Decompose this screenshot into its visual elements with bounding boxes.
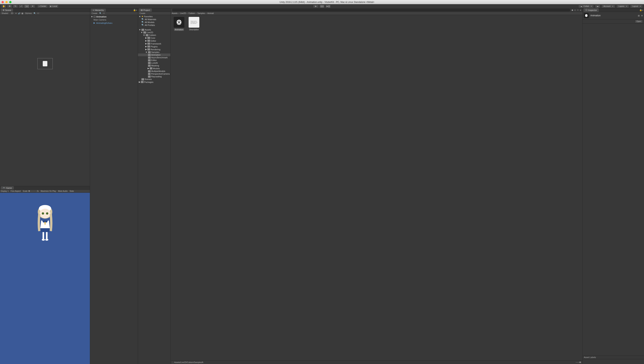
- pivot-center-button[interactable]: ▪ Center: [37, 5, 48, 8]
- open-button[interactable]: Open: [635, 20, 643, 23]
- breadcrumb-item[interactable]: Samples: [198, 12, 205, 14]
- foldout-icon[interactable]: ▶: [94, 22, 96, 24]
- folder-item[interactable]: Masking: [138, 64, 170, 67]
- breadcrumb-item[interactable]: Animati: [208, 12, 214, 14]
- folder-item[interactable]: PerspectiveCamera: [138, 73, 170, 75]
- layers-dropdown[interactable]: Layers: [616, 5, 629, 8]
- foldout-icon[interactable]: ▼: [139, 15, 141, 18]
- favorites-header[interactable]: ▼ ★ Favorites: [138, 15, 170, 18]
- foldout-icon[interactable]: ▼: [139, 29, 141, 31]
- foldout-icon[interactable]: ▶: [139, 81, 140, 83]
- play-button[interactable]: ▶: [313, 5, 319, 8]
- layout-dropdown[interactable]: Layout: [630, 5, 643, 8]
- step-button[interactable]: ▶❚: [325, 5, 331, 8]
- menu-icon[interactable]: ≡: [642, 9, 643, 11]
- folder-item[interactable]: ▼Samples: [138, 51, 170, 54]
- foldout-icon[interactable]: ▶: [145, 48, 147, 51]
- hierarchy-item-prefab[interactable]: ▶ AnimatingKoharu: [90, 21, 138, 25]
- foldout-icon[interactable]: ▼: [141, 31, 143, 34]
- close-button[interactable]: [2, 1, 4, 3]
- filter-icon[interactable]: ◆: [571, 9, 574, 11]
- folder-item[interactable]: Editor: [138, 59, 170, 62]
- aspect-dropdown[interactable]: Free Aspect: [10, 190, 21, 192]
- scene-search[interactable]: [37, 12, 89, 14]
- services-button[interactable]: ☁: [595, 5, 600, 8]
- hierarchy-search[interactable]: [103, 12, 137, 14]
- lock-icon[interactable]: 🔒: [640, 9, 642, 11]
- folder-item[interactable]: LookAt: [138, 62, 170, 64]
- project-tab[interactable]: ▤ Project: [139, 9, 152, 12]
- scene-view[interactable]: [0, 15, 90, 186]
- fav-item[interactable]: 🔍All Models: [138, 21, 170, 24]
- game-view[interactable]: [0, 193, 90, 364]
- rotate-tool[interactable]: ↻: [13, 5, 18, 8]
- folder-item[interactable]: MultipleModels: [138, 70, 170, 73]
- pause-button[interactable]: ❚❚: [319, 5, 325, 8]
- breadcrumb-item[interactable]: Cubism: [188, 12, 195, 14]
- foldout-icon[interactable]: ▶: [145, 37, 147, 39]
- foldout-icon[interactable]: ▼: [143, 34, 145, 36]
- foldout-icon[interactable]: ▶: [145, 42, 147, 45]
- transform-tool[interactable]: ✦: [30, 5, 35, 8]
- account-dropdown[interactable]: Account: [602, 5, 615, 8]
- shaded-dropdown[interactable]: Shaded: [1, 12, 9, 14]
- assets-grid[interactable]: Animation Itaque porroquisquam estqui do…: [170, 15, 582, 360]
- rect-tool[interactable]: ▭: [24, 5, 30, 8]
- minimize-button[interactable]: [5, 1, 8, 3]
- maximize-toggle[interactable]: Maximize On Play: [41, 190, 56, 192]
- maximize-button[interactable]: [9, 1, 12, 3]
- 2d-toggle[interactable]: 2D: [10, 12, 14, 14]
- fx-icon[interactable]: ▦: [22, 12, 23, 14]
- collab-dropdown[interactable]: ☁ Collab: [578, 5, 594, 8]
- lock-icon[interactable]: 🔒: [133, 9, 136, 11]
- stats-toggle[interactable]: Stats: [70, 190, 74, 192]
- asset-item-scene[interactable]: Animation: [172, 17, 186, 31]
- folder-item-selected[interactable]: Animation: [138, 54, 170, 56]
- menu-icon[interactable]: ≡: [580, 9, 582, 11]
- folder-item[interactable]: ▶Editor: [138, 39, 170, 42]
- folder-item[interactable]: Raycasting: [138, 75, 170, 78]
- menu-icon[interactable]: ≡: [136, 9, 137, 11]
- gizmos-dropdown[interactable]: Gizmos: [24, 12, 32, 14]
- pivot-local-button[interactable]: ◐ Local: [48, 5, 59, 8]
- scale-slider[interactable]: [28, 191, 36, 191]
- hierarchy-item[interactable]: Main Camera: [90, 18, 138, 21]
- fav-item[interactable]: 🔍All Materials: [138, 18, 170, 21]
- gear-icon[interactable]: ⚙: [641, 15, 643, 17]
- assets-root[interactable]: ▼ Assets: [138, 28, 170, 31]
- scene-root[interactable]: ▼ ⬚ Animation: [90, 15, 138, 18]
- foldout-icon[interactable]: ▶: [148, 67, 149, 70]
- folder-item[interactable]: ▶Plugins: [138, 45, 170, 48]
- scene-tab[interactable]: ⊕ Scene: [1, 9, 13, 12]
- foldout-icon[interactable]: ▶: [145, 45, 147, 48]
- folder-item[interactable]: ▶Core: [138, 37, 170, 39]
- display-dropdown[interactable]: Display 1: [1, 190, 8, 192]
- scale-tool[interactable]: ⤢: [18, 5, 24, 8]
- folder-item[interactable]: Scenes: [138, 78, 170, 81]
- create-dropdown[interactable]: Create: [91, 12, 98, 14]
- bundle-icon[interactable]: ▤: [638, 15, 640, 17]
- packages-root[interactable]: ▶ Packages: [138, 81, 170, 83]
- foldout-icon[interactable]: ▼: [145, 51, 148, 53]
- light-icon[interactable]: ☀: [15, 12, 17, 14]
- inspector-tab[interactable]: ⓘ Inspector: [584, 8, 599, 12]
- create-dropdown[interactable]: Create: [139, 12, 146, 14]
- game-tab[interactable]: 🎮 Game: [1, 186, 14, 189]
- audio-icon[interactable]: 🔊: [18, 12, 20, 14]
- breadcrumb-item[interactable]: Assets: [172, 12, 178, 14]
- folder-item[interactable]: ▶Framework: [138, 42, 170, 45]
- fav-item[interactable]: 🔍All Prefabs: [138, 24, 170, 27]
- folder-item[interactable]: ▼Cubism: [138, 34, 170, 37]
- move-tool[interactable]: ✥: [7, 5, 12, 8]
- camera-gizmo[interactable]: [38, 58, 53, 69]
- hierarchy-tab[interactable]: ≡ Hierarchy: [91, 9, 106, 12]
- asset-item-doc[interactable]: Itaque porroquisquam estqui dolorem. Des…: [188, 17, 200, 31]
- project-search[interactable]: [172, 9, 570, 11]
- hand-tool[interactable]: ✋: [1, 5, 6, 8]
- folder-item[interactable]: ▶Rendering: [138, 48, 170, 51]
- foldout-icon[interactable]: ▼: [91, 16, 93, 18]
- filter-icon[interactable]: ◇: [574, 9, 576, 11]
- mute-toggle[interactable]: Mute Audio: [58, 190, 68, 192]
- folder-item[interactable]: ▼Live2D: [138, 31, 170, 34]
- folder-item[interactable]: AsyncBenchmark: [138, 56, 170, 59]
